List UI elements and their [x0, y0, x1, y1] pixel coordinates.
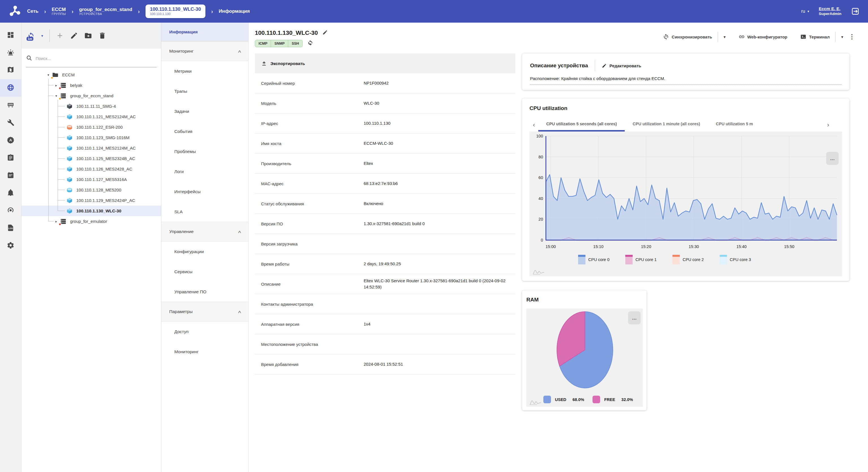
tree-node-100.110.1.130_WLC-30[interactable]: 100.110.1.130_WLC-30 — [22, 206, 161, 216]
info-label: Время работы — [255, 262, 364, 266]
tree-node-100.11.11.11_SMG-4[interactable]: 100.11.11.11_SMG-4 — [22, 101, 161, 111]
tree-expand-icon[interactable]: ▾ — [54, 94, 59, 98]
tree-node-100.110.1.128_ME5200[interactable]: 100.110.1.128_ME5200 — [22, 185, 161, 195]
export-button[interactable]: Экспортировать — [261, 61, 305, 66]
chart-menu-button[interactable]: … — [826, 152, 839, 165]
menu-item-События[interactable]: События — [161, 121, 248, 141]
logout-icon[interactable] — [851, 7, 860, 16]
menu-item-SLA[interactable]: SLA — [161, 202, 248, 222]
breadcrumb-item[interactable]: group_for_eccm_standУСТРОЙСТВА — [79, 7, 132, 16]
move-to-group-button[interactable] — [84, 32, 92, 39]
edit-title-icon[interactable] — [322, 30, 328, 36]
info-value: 100.110.1.130 — [364, 120, 516, 126]
rail-item-dashboard[interactable] — [0, 27, 21, 44]
legend-item-CPU core 1[interactable]: CPU core 1 — [625, 255, 657, 264]
rail-item-quality[interactable]: A — [0, 132, 21, 149]
rail-item-alarms[interactable] — [0, 44, 21, 62]
cpu-tab[interactable]: CPU utilization 5 seconds (all cores) — [538, 118, 625, 131]
rail-item-planner[interactable] — [0, 167, 21, 184]
rail-item-tools[interactable] — [0, 114, 21, 132]
breadcrumb-section[interactable]: Сеть — [27, 8, 38, 14]
legend-item-CPU core 0[interactable]: CPU core 0 — [578, 255, 610, 264]
cpu-tab[interactable]: CPU utilization 5 m — [708, 118, 761, 131]
planner-icon — [7, 171, 14, 180]
breadcrumb-item[interactable]: Информация — [219, 8, 250, 14]
legend-item-FREE[interactable]: FREE32.0% — [592, 396, 633, 403]
sparkline-preview-icon — [532, 268, 545, 275]
tree-node-100.110.1.129_MES2424P_AC[interactable]: 100.110.1.129_MES2424P_AC — [22, 195, 161, 206]
rail-item-devices[interactable] — [0, 97, 21, 114]
menu-item-Параметры[interactable]: Параметры∧ — [161, 302, 248, 322]
menu-item-Трапы[interactable]: Трапы — [161, 81, 248, 101]
legend-swatch — [578, 255, 585, 264]
user-menu[interactable]: Eccm E. E. SuperAdmin — [819, 6, 841, 17]
edit-node-button[interactable] — [70, 32, 78, 39]
delete-node-button[interactable] — [98, 32, 106, 39]
legend-item-CPU core 3[interactable]: CPU core 3 — [720, 255, 751, 264]
tree-node-group_for_emulator[interactable]: ▸group_for_emulator — [22, 216, 161, 227]
info-row: MAC-адрес 68:13:e2:7e:93:b6 — [255, 174, 516, 194]
search-input[interactable] — [36, 56, 157, 61]
synchronize-button[interactable]: Синхронизировать — [663, 34, 712, 40]
cpu-tab[interactable]: CPU utilization 1 minute (all cores) — [625, 118, 708, 131]
terminal-button[interactable]: Терминал — [800, 34, 830, 40]
rail-item-notifications[interactable] — [0, 184, 21, 202]
menu-item-Проблемы[interactable]: Проблемы — [161, 141, 248, 161]
menu-item-Метрики[interactable]: Метрики — [161, 61, 248, 81]
tree-expand-icon[interactable]: ▾ — [46, 73, 51, 77]
tree-node-100.110.1.125_MES2324B_AC[interactable]: 100.110.1.125_MES2324B_AC — [22, 153, 161, 164]
tree-expand-icon[interactable]: ▸ — [54, 219, 59, 224]
web-configurator-button[interactable]: Web-конфигуратор — [739, 34, 787, 40]
menu-item-Мониторинг[interactable]: Мониторинг — [161, 342, 248, 362]
breadcrumb-item[interactable]: ECCMГРУППЫ — [52, 7, 66, 16]
tree-node-100.110.1.123_SMG-1016M[interactable]: 100.110.1.123_SMG-1016M — [22, 132, 161, 143]
chevron-down-icon[interactable]: ▾ — [41, 34, 43, 38]
menu-item-Управление ПО[interactable]: Управление ПО — [161, 282, 248, 302]
menu-item-Интерфейсы[interactable]: Интерфейсы — [161, 182, 248, 202]
menu-item-Конфигурации[interactable]: Конфигурации — [161, 241, 248, 262]
info-label: Местоположение устройства — [255, 342, 364, 347]
auto-refresh-button[interactable]: 1m — [27, 32, 35, 39]
tree-expand-icon[interactable]: ▸ — [54, 83, 59, 87]
device-description-card: Описание устройства Редактировать Распол… — [522, 54, 849, 90]
tabs-scroll-right-icon[interactable]: › — [824, 121, 832, 131]
refresh-protocols-icon[interactable] — [307, 39, 314, 47]
rail-item-monitoring[interactable] — [0, 202, 21, 219]
rail-item-network[interactable] — [0, 79, 21, 97]
menu-item-Доступ[interactable]: Доступ — [161, 322, 248, 342]
page-title: 100.110.1.130_WLC-30 — [255, 29, 318, 36]
rail-item-tasks[interactable] — [0, 149, 21, 167]
legend-item-USED[interactable]: USED68.0% — [544, 396, 584, 403]
tree-node-100.110.1.127_MES5316A[interactable]: 100.110.1.127_MES5316A — [22, 174, 161, 185]
chevron-down-icon[interactable]: ▾ — [724, 35, 725, 39]
tree-node-100.110.1.121_MES2124M_AC[interactable]: 100.110.1.121_MES2124M_AC — [22, 111, 161, 122]
rail-item-map[interactable] — [0, 62, 21, 79]
legend-item-CPU core 2[interactable]: CPU core 2 — [673, 255, 704, 264]
menu-item-Управление[interactable]: Управление∧ — [161, 222, 248, 241]
user-name: Eccm E. E. — [819, 6, 841, 11]
app-logo-icon[interactable] — [8, 5, 22, 18]
menu-item-Сервисы[interactable]: Сервисы — [161, 262, 248, 282]
menu-item-Задачи[interactable]: Задачи — [161, 101, 248, 121]
add-node-button[interactable] — [56, 32, 64, 39]
notifications-icon — [7, 189, 14, 198]
tree-node-ECCM[interactable]: ▾ECCM — [22, 69, 161, 80]
tree-node-belyak[interactable]: ▸belyak — [22, 80, 161, 90]
breadcrumb-device-chip[interactable]: 100.110.1.130_WLC-30100.110.1.130 — [146, 4, 206, 18]
edit-description-button[interactable]: Редактировать — [602, 63, 641, 68]
rail-item-logs[interactable]: LOG — [0, 219, 21, 237]
language-select[interactable]: ru ▾ — [801, 9, 809, 14]
more-actions-button[interactable]: ⋮ — [849, 33, 855, 40]
tree-node-100.110.1.124_MES2124M_AC[interactable]: 100.110.1.124_MES2124M_AC — [22, 143, 161, 153]
rail-item-settings[interactable] — [0, 237, 21, 255]
menu-item-Мониторинг[interactable]: Мониторинг∧ — [161, 41, 248, 61]
tree-connector — [58, 211, 65, 211]
menu-item-Логи[interactable]: Логи — [161, 161, 248, 182]
tree-node-group_for_eccm_stand[interactable]: ▾group_for_eccm_stand — [22, 90, 161, 101]
tabs-scroll-left-icon[interactable]: ‹ — [529, 121, 538, 131]
chart-menu-button[interactable]: … — [628, 312, 641, 324]
tree-node-100.110.1.122_ESR-200[interactable]: 100.110.1.122_ESR-200 — [22, 122, 161, 132]
menu-item-Информация[interactable]: Информация — [161, 23, 248, 41]
chevron-down-icon[interactable]: ▾ — [841, 35, 843, 39]
tree-node-100.110.1.126_MES2428_AC[interactable]: 100.110.1.126_MES2428_AC — [22, 164, 161, 174]
